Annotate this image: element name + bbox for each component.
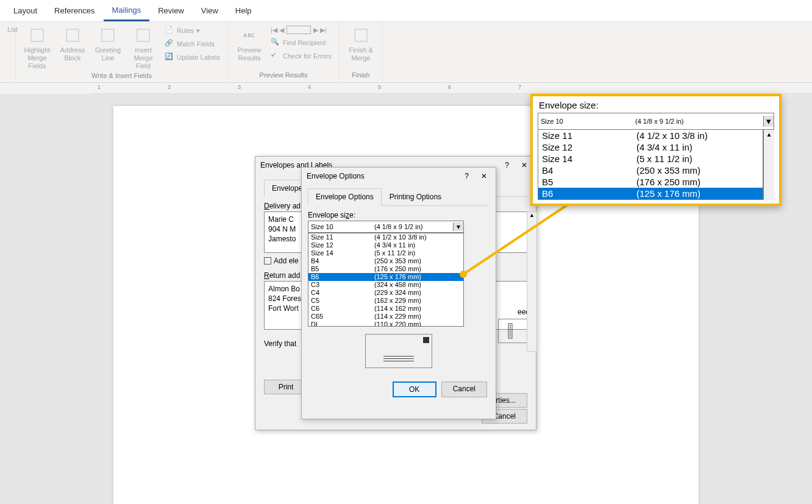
size-option-c5[interactable]: C5(162 x 229 mm) <box>308 297 463 305</box>
tab-envelope-options[interactable]: Envelope Options <box>308 188 382 206</box>
svg-rect-4 <box>355 29 367 41</box>
envelope-options-title: Envelope Options <box>307 172 461 180</box>
ribbon-content: List Highlight Merge Fields Address Bloc… <box>0 22 812 83</box>
callout-scrollbar[interactable]: ▲ <box>763 130 774 200</box>
close-icon[interactable]: ✕ <box>477 171 491 182</box>
callout-size-option-b6[interactable]: B6(125 x 176 mm) <box>538 188 763 199</box>
tab-layout[interactable]: Layout <box>5 1 46 20</box>
feed-preview[interactable] <box>498 319 527 343</box>
group-label-finish: Finish <box>344 71 377 80</box>
callout-size-option-size-14[interactable]: Size 14(5 x 11 1/2 in) <box>538 153 763 165</box>
size-option-b4[interactable]: B4(250 x 353 mm) <box>308 257 463 265</box>
callout-listbox[interactable]: Size 11(4 1/2 x 10 3/8 in)Size 12(4 3/4 … <box>538 130 763 200</box>
find-recipient-button[interactable]: 🔍Find Recipient <box>268 37 334 49</box>
svg-rect-0 <box>31 29 43 41</box>
ribbon-tabs: Layout References Mailings Review View H… <box>0 0 812 22</box>
cancel-button[interactable]: Cancel <box>441 382 487 397</box>
help-icon[interactable]: ? <box>461 171 472 182</box>
envelope-options-dialog: Envelope Options ? ✕ Envelope Options Pr… <box>301 167 496 419</box>
abc-icon: ᴀʙᴄ <box>240 26 259 45</box>
callout-envelope-size: Envelope size: Size 10(4 1/8 x 9 1/2 in)… <box>530 94 782 206</box>
chevron-down-icon[interactable]: ▾ <box>453 222 463 231</box>
tab-printing-options[interactable]: Printing Options <box>382 188 449 205</box>
rules-button[interactable]: 📄Rules ▾ <box>162 24 223 37</box>
size-option-size-11[interactable]: Size 11(4 1/2 x 10 3/8 in) <box>308 233 463 241</box>
update-labels-button[interactable]: 🔄Update Labels <box>162 51 223 63</box>
insert-merge-field-button[interactable]: Insert Merge Field <box>127 24 160 72</box>
list-button[interactable]: List <box>5 24 10 34</box>
add-electronic-checkbox[interactable]: Add ele <box>264 257 299 265</box>
group-label-preview: Preview Results <box>233 71 334 80</box>
tab-mailings[interactable]: Mailings <box>104 1 150 21</box>
size-option-dl[interactable]: DL(110 x 220 mm) <box>308 321 463 327</box>
scrollbar[interactable]: ▲ <box>527 211 537 352</box>
greeting-line-button[interactable]: Greeting Line <box>91 24 124 63</box>
check-errors-button[interactable]: ✔Check for Errors <box>268 50 334 62</box>
tab-help[interactable]: Help <box>227 1 260 20</box>
svg-rect-3 <box>137 29 149 41</box>
close-icon[interactable]: ✕ <box>518 160 531 171</box>
envelope-size-label: Envelope size: <box>308 211 490 219</box>
callout-combo[interactable]: Size 10(4 1/8 x 9 1/2 in) ▾ <box>538 113 774 130</box>
match-fields-button[interactable]: 🔗Match Fields <box>162 38 223 50</box>
callout-size-option-b5[interactable]: B5(176 x 250 mm) <box>538 176 763 188</box>
group-label-write: Write & Insert Fields <box>21 72 223 80</box>
size-option-c6[interactable]: C6(114 x 162 mm) <box>308 305 463 313</box>
envelope-size-combo[interactable]: Size 10(4 1/8 x 9 1/2 in) ▾ <box>308 221 464 233</box>
callout-label: Envelope size: <box>533 96 779 113</box>
size-option-c3[interactable]: C3(324 x 458 mm) <box>308 281 463 289</box>
preview-results-button[interactable]: ᴀʙᴄPreview Results <box>233 24 266 63</box>
address-block-button[interactable]: Address Block <box>56 24 89 63</box>
size-option-size-12[interactable]: Size 12(4 3/4 x 11 in) <box>308 241 463 249</box>
size-option-b6[interactable]: B6(125 x 176 mm) <box>308 273 463 281</box>
svg-rect-1 <box>66 29 79 41</box>
tab-view[interactable]: View <box>193 1 227 20</box>
size-option-c4[interactable]: C4(229 x 324 mm) <box>308 289 463 297</box>
callout-size-option-size-11[interactable]: Size 11(4 1/2 x 10 3/8 in) <box>538 130 763 141</box>
envelope-size-listbox[interactable]: Size 11(4 1/2 x 10 3/8 in)Size 12(4 3/4 … <box>308 233 464 327</box>
size-option-size-14[interactable]: Size 14(5 x 11 1/2 in) <box>308 249 463 257</box>
chevron-down-icon[interactable]: ▾ <box>763 116 774 127</box>
ok-button[interactable]: OK <box>393 382 436 397</box>
callout-size-option-size-12[interactable]: Size 12(4 3/4 x 11 in) <box>538 141 763 153</box>
horizontal-ruler[interactable]: 1 2 3 4 5 6 7 <box>91 83 812 94</box>
svg-rect-2 <box>102 29 114 41</box>
tab-references[interactable]: References <box>46 1 103 20</box>
callout-size-option-b4[interactable]: B4(250 x 353 mm) <box>538 165 763 176</box>
record-nav[interactable]: |◀ ◀ ▶ ▶| <box>268 24 334 35</box>
tab-review[interactable]: Review <box>149 1 193 20</box>
finish-merge-button[interactable]: Finish & Merge <box>344 24 377 63</box>
envelope-preview <box>365 334 432 368</box>
size-option-b5[interactable]: B5(176 x 250 mm) <box>308 265 463 273</box>
help-icon[interactable]: ? <box>501 160 513 171</box>
size-option-c65[interactable]: C65(114 x 229 mm) <box>308 313 463 321</box>
highlight-merge-fields-button[interactable]: Highlight Merge Fields <box>21 24 54 72</box>
